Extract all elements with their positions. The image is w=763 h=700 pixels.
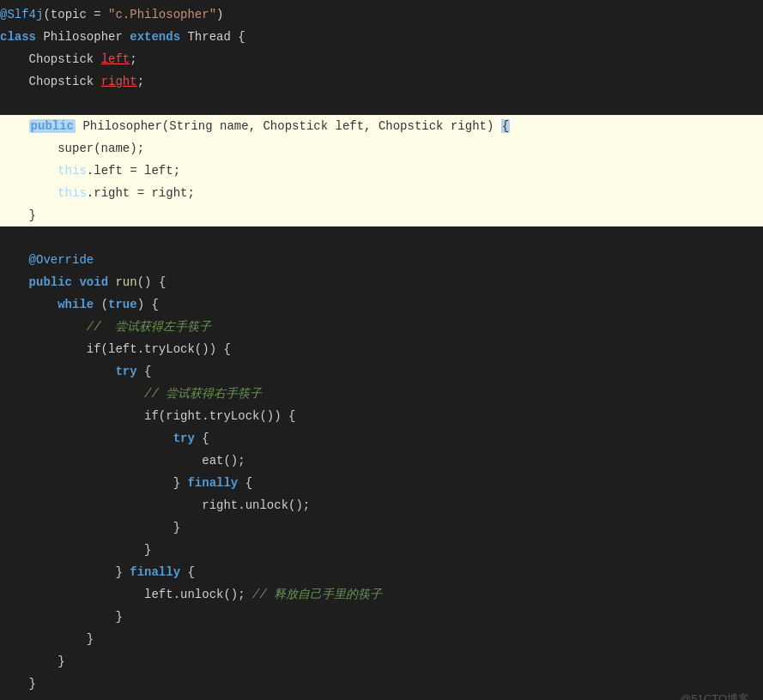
code-line-28: }	[0, 606, 763, 628]
code-line-16: if(left.tryLock()) {	[0, 338, 763, 360]
code-line-11	[0, 226, 763, 249]
code-line-17: try {	[0, 360, 763, 383]
code-line-31: }	[0, 673, 763, 695]
code-line-29: }	[0, 628, 763, 650]
code-line-25: }	[0, 539, 763, 561]
code-line-14: while (true) {	[0, 293, 763, 316]
code-line-2: class Philosopher extends Thread {	[0, 26, 763, 48]
code-line-26: } finally {	[0, 561, 763, 583]
code-line-13: public void run() {	[0, 271, 763, 293]
code-line-15: // 尝试获得左手筷子	[0, 316, 763, 338]
code-line-30: }	[0, 650, 763, 673]
code-line-22: } finally {	[0, 472, 763, 494]
code-line-20: try {	[0, 427, 763, 450]
code-line-6: public Philosopher(String name, Chopstic…	[0, 115, 763, 137]
code-line-9: this.right = right;	[0, 182, 763, 204]
code-line-3: Chopstick left;	[0, 48, 763, 70]
code-line-19: if(right.tryLock()) {	[0, 405, 763, 427]
code-line-4: Chopstick right;	[0, 70, 763, 93]
watermark: @51CTO博客	[680, 688, 749, 700]
code-line-8: this.left = left;	[0, 160, 763, 182]
code-line-32: }	[0, 695, 763, 700]
code-line-18: // 尝试获得右手筷子	[0, 383, 763, 405]
code-editor: @Slf4j(topic = "c.Philosopher") class Ph…	[0, 0, 763, 700]
code-line-21: eat();	[0, 450, 763, 472]
code-line-10: }	[0, 204, 763, 226]
code-line-12: @Override	[0, 249, 763, 271]
code-line-7: super(name);	[0, 137, 763, 160]
code-line-5	[0, 93, 763, 115]
code-line-23: right.unlock();	[0, 494, 763, 516]
code-line-24: }	[0, 516, 763, 539]
code-line-27: left.unlock(); // 释放自己手里的筷子	[0, 583, 763, 606]
code-line-1: @Slf4j(topic = "c.Philosopher")	[0, 3, 763, 26]
